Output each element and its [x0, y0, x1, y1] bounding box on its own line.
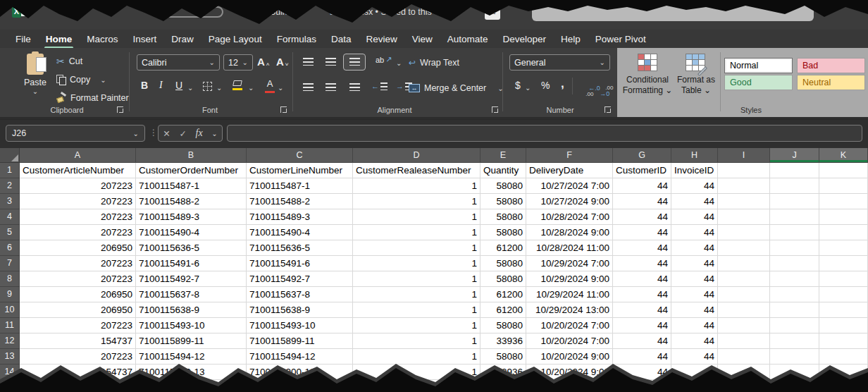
cell-I1[interactable]	[718, 163, 770, 178]
cell-C13[interactable]: 7100115494-12	[247, 349, 353, 365]
cell-I5[interactable]	[718, 225, 770, 240]
orientation-dropdown-icon[interactable]: ⌄	[396, 59, 402, 67]
cell-A14[interactable]: 154737	[20, 365, 136, 380]
number-dialog-launcher-icon[interactable]	[604, 106, 611, 113]
cell-F5[interactable]: 10/28/2024 9:00	[526, 225, 613, 240]
row-header-14[interactable]: 14	[0, 365, 20, 380]
column-header-E[interactable]: E	[480, 148, 526, 163]
cell-J4[interactable]	[770, 209, 819, 225]
row-header-12[interactable]: 12	[0, 333, 20, 349]
cell-H1[interactable]: InvoiceID	[671, 163, 718, 178]
italic-button[interactable]: I	[159, 80, 163, 91]
cell-B4[interactable]: 7100115489-3	[136, 209, 247, 225]
cell-G9[interactable]: 44	[613, 287, 671, 302]
cell-H3[interactable]: 44	[671, 194, 718, 209]
fill-color-button[interactable]	[232, 80, 242, 90]
cell-H8[interactable]: 44	[671, 271, 718, 287]
cell-H6[interactable]: 44	[671, 240, 718, 256]
cell-I4[interactable]	[718, 209, 770, 225]
cell-H14[interactable]: 44	[671, 365, 718, 380]
cell-A1[interactable]: CustomerArticleNumber	[20, 163, 136, 178]
cell-E4[interactable]: 58080	[480, 209, 526, 225]
decrease-indent-button[interactable]: ←	[371, 82, 388, 90]
alignment-dialog-launcher-icon[interactable]	[492, 106, 498, 113]
fill-color-dropdown-icon[interactable]: ⌄	[248, 84, 254, 92]
font-size-select[interactable]: 12⌄	[223, 54, 253, 71]
menu-tab-data[interactable]: Data	[331, 32, 352, 46]
cell-D6[interactable]: 1	[353, 240, 480, 256]
cell-A10[interactable]: 206950	[20, 302, 136, 318]
underline-button[interactable]: U	[175, 80, 182, 91]
format-as-table-button[interactable]: Format as Table ⌄	[675, 75, 717, 96]
cell-G12[interactable]: 44	[613, 333, 671, 349]
cell-F12[interactable]: 10/20/2024 7:00	[526, 333, 613, 349]
cell-D13[interactable]: 1	[353, 349, 480, 365]
cell-H10[interactable]: 44	[671, 302, 718, 318]
cell-H4[interactable]: 44	[671, 209, 718, 225]
menu-tab-page-layout[interactable]: Page Layout	[209, 32, 262, 46]
row-header-1[interactable]: 1	[0, 163, 20, 178]
cell-C6[interactable]: 7100115636-5	[247, 240, 353, 256]
cell-D7[interactable]: 1	[353, 256, 480, 271]
cell-A9[interactable]: 206950	[20, 287, 136, 302]
cell-I6[interactable]	[718, 240, 770, 256]
formula-input[interactable]	[227, 125, 862, 142]
cell-K2[interactable]	[819, 178, 868, 194]
menu-tab-draw[interactable]: Draw	[171, 32, 194, 46]
row-header-8[interactable]: 8	[0, 271, 20, 287]
menu-tab-power-pivot[interactable]: Power Pivot	[595, 32, 646, 46]
cell-C9[interactable]: 7100115637-8	[247, 287, 353, 302]
shrink-font-button[interactable]: A˅	[276, 56, 289, 68]
cell-D2[interactable]: 1	[353, 178, 480, 194]
cell-E13[interactable]: 58080	[480, 349, 526, 365]
cell-I11[interactable]	[718, 318, 770, 333]
cell-G10[interactable]: 44	[613, 302, 671, 318]
grow-font-button[interactable]: A˄	[257, 56, 270, 68]
cell-A4[interactable]: 207223	[20, 209, 136, 225]
cell-K1[interactable]	[819, 163, 868, 178]
column-header-I[interactable]: I	[718, 148, 770, 163]
cell-K6[interactable]	[819, 240, 868, 256]
menu-tab-formulas[interactable]: Formulas	[277, 32, 316, 46]
menu-tab-automate[interactable]: Automate	[447, 32, 488, 46]
align-center-button[interactable]	[326, 83, 336, 91]
cell-B9[interactable]: 7100115637-8	[136, 287, 247, 302]
cell-K8[interactable]	[819, 271, 868, 287]
conditional-formatting-button[interactable]: Conditional Formatting ⌄	[620, 75, 675, 96]
menu-tab-review[interactable]: Review	[366, 32, 397, 46]
cell-C12[interactable]: 7100115899-11	[247, 333, 353, 349]
top-align-button[interactable]	[303, 58, 314, 66]
cell-D3[interactable]: 1	[353, 194, 480, 209]
cell-B12[interactable]: 7100115899-11	[136, 333, 247, 349]
cell-E11[interactable]: 58080	[480, 318, 526, 333]
align-left-button[interactable]	[303, 83, 314, 91]
orientation-button[interactable]: ab↗	[376, 55, 392, 64]
cell-C5[interactable]: 7100115490-4	[247, 225, 353, 240]
row-header-11[interactable]: 11	[0, 318, 20, 333]
cell-F3[interactable]: 10/27/2024 9:00	[526, 194, 613, 209]
menu-tab-file[interactable]: File	[16, 32, 31, 46]
cell-F8[interactable]: 10/29/2024 9:00	[526, 271, 613, 287]
cell-J1[interactable]	[770, 163, 819, 178]
cell-J14[interactable]	[770, 365, 819, 380]
row-header-4[interactable]: 4	[0, 209, 20, 225]
cell-G2[interactable]: 44	[613, 178, 671, 194]
column-header-G[interactable]: G	[613, 148, 671, 163]
cell-I14[interactable]	[718, 365, 770, 380]
decrease-decimal-button[interactable]: .00→0	[596, 80, 613, 103]
bold-button[interactable]: B	[141, 80, 148, 91]
cell-B13[interactable]: 7100115494-12	[136, 349, 247, 365]
cell-I12[interactable]	[718, 333, 770, 349]
cell-J6[interactable]	[770, 240, 819, 256]
cell-C8[interactable]: 7100115492-7	[247, 271, 353, 287]
cell-K12[interactable]	[819, 333, 868, 349]
cell-E3[interactable]: 58080	[480, 194, 526, 209]
menu-tab-insert[interactable]: Insert	[133, 32, 157, 46]
select-all-button[interactable]	[0, 148, 20, 163]
copy-button[interactable]: Copy ⌄	[56, 75, 106, 85]
cell-K14[interactable]	[819, 365, 868, 380]
bottom-align-button[interactable]	[349, 58, 360, 66]
cell-F13[interactable]: 10/20/2024 9:00	[526, 349, 613, 365]
cell-A11[interactable]: 207223	[20, 318, 136, 333]
menu-tab-developer[interactable]: Developer	[503, 32, 547, 46]
